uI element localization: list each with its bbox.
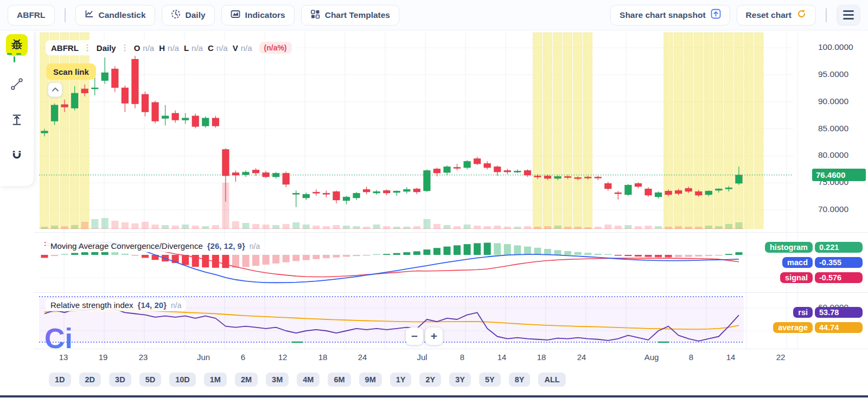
histogram-label: histogram [765,242,813,253]
range-button-2d[interactable]: 2D [79,373,101,387]
share-snapshot-label: Share chart snapshot [620,10,706,20]
range-button-1y[interactable]: 1Y [390,373,412,387]
candle-body [725,188,732,189]
macd-histogram-bar [323,255,330,258]
range-button-4m[interactable]: 4M [297,373,320,387]
macd-histogram-bar [263,255,270,265]
bug-scan-tool-button[interactable] [6,34,28,56]
candle-body [292,193,299,194]
range-button-1d[interactable]: 1D [49,373,71,387]
scan-highlight-column [50,33,59,229]
price-measure-tool-button[interactable] [6,110,28,131]
macd-params: {26, 12, 9} [207,241,245,251]
volume-bar [111,221,118,229]
collapse-chevron-button[interactable] [48,82,62,97]
price-axis-label: 90.0000 [818,97,848,106]
range-button-10d[interactable]: 10D [169,373,196,387]
macd-histogram-bar [665,255,672,257]
rsi-pane-title: Relative strength index {14, 20} n/a [46,299,186,311]
range-button-9m[interactable]: 9M [359,373,382,387]
zoom-in-button[interactable]: + [425,328,443,345]
volume-bar [252,224,259,229]
range-button-2y[interactable]: 2Y [419,373,441,387]
volume-bar [554,226,561,229]
trend-line-tool-button[interactable] [6,74,28,95]
legend-symbol: ABFRL [51,43,79,53]
range-button-6m[interactable]: 6M [328,373,350,387]
scan-link-button[interactable]: Scan link [46,63,96,80]
ohlc-legend: ABFRL ⋮ Daily ⋮ O n/a H n/a L n/a C n/a … [46,40,297,55]
volume-bar [504,227,511,229]
candle-body [595,177,602,178]
scan-highlight-column [80,33,90,229]
candle-body [393,191,400,193]
macd-histogram-bar [111,252,118,255]
chart-templates-label: Chart Templates [325,10,390,20]
volume-bar [725,224,732,229]
candle-body [655,193,662,197]
macd-histogram-bar [81,252,88,255]
volume-bar [604,225,611,229]
indicators-label: Indicators [245,10,285,20]
candle-body [484,163,491,168]
candle-body [202,118,209,126]
range-button-1m[interactable]: 1M [204,373,227,387]
macd-histogram-bar [41,255,48,258]
legend-open-value: n/a [143,43,154,53]
chart-type-button[interactable]: Candlestick [75,5,155,25]
indicators-button[interactable]: Indicators [221,5,295,25]
rsi-value-pill: 53.78 [815,307,863,318]
macd-histogram-bar [303,255,310,260]
candle-body [584,177,591,178]
reset-refresh-icon [796,9,807,21]
range-button-3y[interactable]: 3Y [449,373,471,387]
volume-bar [524,226,531,229]
signal-label: signal [780,272,813,283]
macd-histogram-bar [403,252,410,255]
scan-highlight-column [533,33,542,229]
symbol-button[interactable]: ABFRL [8,5,55,25]
macd-histogram-bar [584,253,591,255]
macd-histogram-bar [172,255,179,263]
legend-volume-value: n/a [241,43,252,53]
rsi-label: rsi [793,307,813,318]
trend-line-icon [10,77,24,93]
range-button-2m[interactable]: 2M [235,373,258,387]
volume-bar [303,225,310,229]
macd-histogram-bar [624,255,631,256]
macd-value: n/a [250,242,260,251]
interval-button[interactable]: Daily [162,5,215,25]
range-button-3m[interactable]: 3M [266,373,289,387]
volume-bar [464,225,471,229]
range-button-5d[interactable]: 5D [139,373,162,387]
macd-histogram-bar [534,248,541,255]
macd-histogram-bar [444,247,451,255]
range-button-all[interactable]: ALL [538,373,565,387]
macd-histogram-bar [735,252,742,255]
macd-histogram-bar [363,255,370,256]
volume-bar [41,227,48,229]
interval-label: Daily [186,10,206,20]
zoom-out-button[interactable]: − [406,328,423,345]
volume-bar [323,226,330,229]
volume-bar [343,226,350,229]
legend-open-label: O [134,43,141,53]
volume-bar [71,225,78,229]
candle-body [735,175,742,184]
volume-bar [131,223,138,229]
share-snapshot-button[interactable]: Share chart snapshot [610,5,730,25]
reset-chart-button[interactable]: Reset chart [737,5,816,25]
range-button-5y[interactable]: 5Y [479,373,501,387]
candle-body [283,173,290,184]
clock-icon [171,9,181,21]
candle-body [263,172,270,177]
menu-button[interactable] [837,5,860,25]
range-button-3d[interactable]: 3D [109,373,131,387]
macd-histogram-bar [61,254,68,255]
chart-templates-button[interactable]: Chart Templates [301,5,399,25]
indicators-icon [231,9,240,21]
magnet-tool-button[interactable] [6,145,28,166]
legend-close-value: n/a [216,43,228,53]
range-button-8y[interactable]: 8Y [509,373,531,387]
candle-body [182,118,189,120]
